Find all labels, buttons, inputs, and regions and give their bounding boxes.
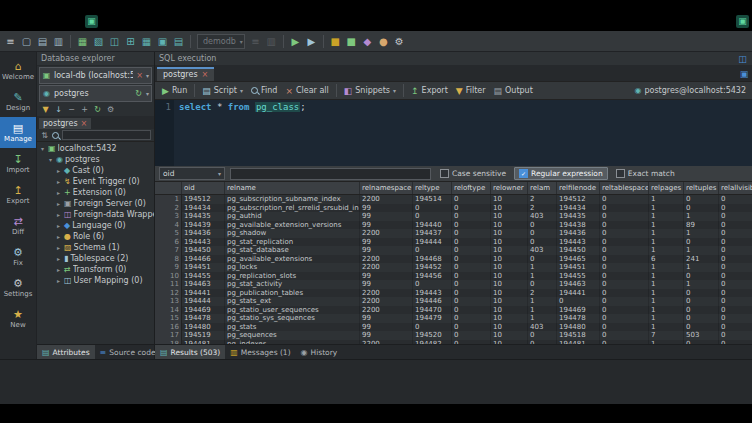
tab-results-503[interactable]: ▤Results (503) [155,345,225,359]
column-header-reloftype[interactable]: reloftype [452,182,491,194]
explorer-search-input[interactable] [62,130,151,140]
column-header-relowner[interactable]: relowner [491,182,528,194]
forms-icon[interactable]: ▣ [155,34,170,49]
tree-expander-icon[interactable]: ▾ [39,145,46,152]
tree-item[interactable]: ▸◆Language (0) [37,220,154,231]
export-box-icon[interactable]: ■ [328,34,343,49]
tab-source-code[interactable]: ≡Source code [95,345,161,359]
sidebar-item-fix[interactable]: ⚙Fix [0,241,36,272]
refresh-icon[interactable]: ↻ [93,105,102,114]
tree-expander-icon[interactable]: ▸ [55,222,62,229]
schema-editor-icon[interactable]: ▧ [91,34,106,49]
sidebar-item-design[interactable]: ✎Design [0,86,36,117]
table-row[interactable]: 5194436pg_shadow220019443701001944360110… [155,229,752,238]
tab-history[interactable]: ◉History [296,345,343,359]
sidebar-item-new[interactable]: ★New [0,303,36,334]
tree-expander-icon[interactable]: ▾ [47,156,54,163]
tree-item[interactable]: ▸↯Event Trigger (0) [37,176,154,187]
table-row[interactable]: 12194441pg_publication_tables22001944430… [155,289,752,298]
column-header-relam[interactable]: relam [528,182,557,194]
export-button[interactable]: ↥Export [407,85,452,97]
tree-expander-icon[interactable]: ▸ [55,233,62,240]
tree-expander-icon[interactable]: ▸ [55,178,62,185]
column-header-relfilenode[interactable]: relfilenode [557,182,600,194]
tree-expander-icon[interactable]: ▸ [55,266,62,273]
refresh-db-icon[interactable]: ↻ [134,86,143,101]
tree-item[interactable]: ▸▮Tablespace (2) [37,253,154,264]
snippets-button[interactable]: ◧Snippets▾ [340,85,400,97]
table-row[interactable]: 3194435pg_authid99001040319443501100f [155,212,752,221]
column-header-reltablespace[interactable]: reltablespace [600,182,649,194]
clear-all-button[interactable]: ×Clear all [281,85,332,97]
column-header-oid[interactable]: oid [182,182,225,194]
find-button[interactable]: Find [247,85,281,96]
table-row[interactable]: 14194469pg_statio_user_sequences22001944… [155,306,752,315]
filter-column-select[interactable]: oid ▾ [159,167,225,180]
grid-view-icon[interactable]: ▦ [139,34,154,49]
tree-item[interactable]: ▸▨Schema (1) [37,242,154,253]
sort-toggle-icon[interactable]: ⇅ [40,128,49,143]
new-window-icon[interactable]: ▢ [19,34,34,49]
column-header-relpages[interactable]: relpages [649,182,684,194]
table-row[interactable]: 8194466pg_available_extensions2200194468… [155,255,752,264]
table-icon[interactable]: ⊞ [123,34,138,49]
reports-icon[interactable]: ▤ [171,34,186,49]
expand-all-icon[interactable]: + [80,105,89,114]
filter-option-case-sensitive[interactable]: Case sensitive [436,168,510,179]
checkbox-icon[interactable] [440,169,449,178]
close-icon[interactable]: × [202,71,209,79]
column-header-reltype[interactable]: reltype [413,182,452,194]
table-row[interactable]: 6194443pg_stat_replication99194444010019… [155,238,752,247]
tree-item[interactable]: ▸◫Foreign-data Wrapper (0) [37,209,154,220]
run-icon[interactable]: ▶ [288,34,303,49]
table-row[interactable]: 16194480pg_stats99001040319448001000f [155,323,752,332]
tree-item[interactable]: ▸+Extension (0) [37,187,154,198]
output-button[interactable]: ▤Output [490,85,537,97]
disconnect-icon[interactable]: × [136,72,143,80]
sidebar-item-settings[interactable]: ⚙Settings [0,272,36,303]
filter-button[interactable]: ▼Filter [452,85,490,97]
tree-item[interactable]: ▾▣localhost:5432 [37,143,154,154]
tab-messages-1[interactable]: ▥Messages (1) [225,345,295,359]
tab-list-icon[interactable]: ▣ [738,66,750,81]
tree-item[interactable]: ▸◫User Mapping (0) [37,275,154,286]
filter-icon[interactable]: ▼ [41,105,50,114]
close-icon[interactable]: × [81,120,88,128]
save-icon[interactable]: ▥ [51,34,66,49]
script-button[interactable]: ▤Script▾ [198,85,247,97]
column-header-relname[interactable]: relname [225,182,360,194]
table-row[interactable]: 7194450pg_stat_database99001040319445001… [155,246,752,255]
table-row[interactable]: 10194455pg_replication_slots991944560101… [155,272,752,281]
tree-item[interactable]: ▸▣Foreign Server (0) [37,198,154,209]
options-icon[interactable]: ⚙ [106,105,115,114]
sidebar-item-manage[interactable]: ▤Manage [0,117,36,148]
import-box-icon[interactable]: ■ [344,34,359,49]
tree-expander-icon[interactable]: ▸ [55,277,62,284]
filter-option-regular-expression[interactable]: ✓Regular expression [514,167,608,180]
checkbox-icon[interactable] [616,169,625,178]
menu-icon[interactable]: ≡ [3,34,18,49]
tree-expander-icon[interactable]: ▸ [55,189,62,196]
snippets-box-icon[interactable]: ◆ [360,34,375,49]
column-header-relallvisible[interactable]: relallvisible [719,182,752,194]
table-row[interactable]: 4194439pg_available_extension_versions99… [155,221,752,230]
servers-icon[interactable]: ▦ [75,34,90,49]
sql-editor[interactable]: 1 select * from pg_class; [155,100,752,166]
panel-layout-icon[interactable]: ◫ [737,51,748,66]
table-row[interactable]: 1194512pg_subscription_subname_index2200… [155,195,752,204]
app-launcher-icon[interactable]: ▣ [85,15,98,28]
tree-expander-icon[interactable]: ▸ [55,211,62,218]
sort-icon[interactable]: ↓ [54,105,63,114]
tree-expander-icon[interactable]: ▸ [55,255,62,262]
table-row[interactable]: 15194478pg_statio_sys_sequences991944790… [155,314,752,323]
connection-select[interactable]: ▣ local-db (localhost:5432 × ▾ [39,67,152,84]
tree-expander-icon[interactable]: ▸ [55,244,62,251]
sidebar-item-export[interactable]: ↥Export [0,179,36,210]
table-row[interactable]: 13194444pg_stats_ext22001944460101001000… [155,297,752,306]
tree-item[interactable]: ▸◆Cast (0) [37,165,154,176]
filter-search-input[interactable] [230,168,431,180]
tree-item[interactable]: ▸●Role (6) [37,231,154,242]
open-file-icon[interactable]: ▤ [35,34,50,49]
filter-option-exact-match[interactable]: Exact match [612,168,679,179]
checkbox-icon[interactable]: ✓ [519,169,528,178]
